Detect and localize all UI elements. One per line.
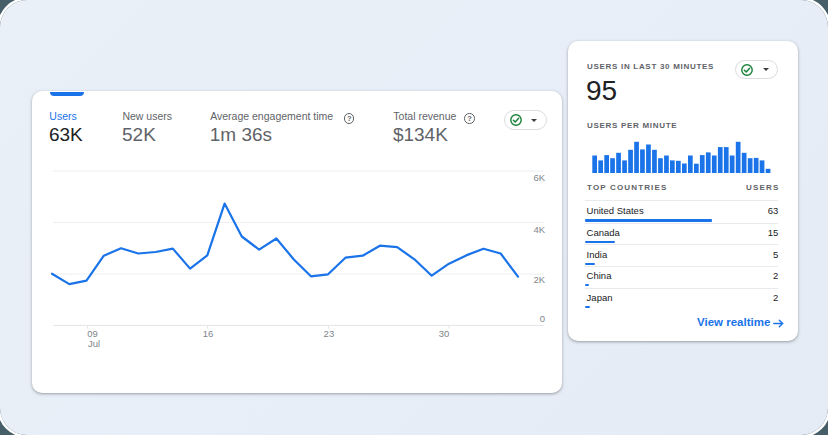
- svg-text:09: 09: [87, 328, 98, 339]
- svg-text:2K: 2K: [533, 274, 545, 285]
- svg-text:6K: 6K: [533, 172, 545, 183]
- svg-text:4K: 4K: [533, 225, 545, 236]
- svg-text:23: 23: [323, 328, 334, 339]
- svg-text:0: 0: [539, 314, 544, 325]
- svg-text:Jul: Jul: [88, 338, 100, 349]
- svg-text:16: 16: [202, 328, 213, 339]
- svg-text:30: 30: [438, 328, 449, 339]
